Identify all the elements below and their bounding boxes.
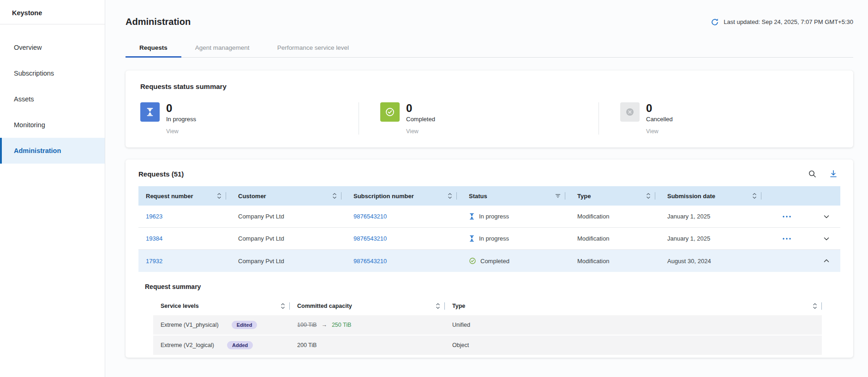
in-progress-view-link[interactable]: View bbox=[166, 128, 196, 135]
status-badge-edited: Edited bbox=[232, 321, 257, 329]
status-cell: In progress bbox=[479, 213, 509, 220]
sidebar-item-assets[interactable]: Assets bbox=[0, 86, 105, 112]
submission-date-cell: January 1, 2025 bbox=[667, 235, 710, 242]
column-header-expand bbox=[808, 186, 840, 206]
tile-completed: 0 Completed View bbox=[359, 102, 599, 135]
column-header-service-levels[interactable]: Service levels bbox=[153, 298, 290, 314]
capacity-old-value: 100 TiB bbox=[297, 322, 317, 328]
sidebar-item-administration[interactable]: Administration bbox=[0, 138, 105, 164]
download-icon[interactable] bbox=[829, 170, 838, 178]
customer-cell: Company Pvt Ltd bbox=[238, 213, 284, 220]
sort-icon bbox=[216, 193, 222, 199]
hourglass-icon bbox=[469, 235, 475, 242]
filter-icon bbox=[555, 193, 561, 199]
check-circle-icon bbox=[380, 102, 400, 122]
sort-icon bbox=[280, 303, 286, 309]
summary-row: Extreme (V2_logical) Added 200 TiB Objec… bbox=[153, 336, 822, 355]
completed-view-link[interactable]: View bbox=[406, 128, 435, 135]
type-cell: Modification bbox=[577, 235, 609, 242]
capacity-cell: 200 TiB bbox=[297, 342, 317, 348]
table-row-expanded: 17932 Company Pvt Ltd 9876543210 Complet… bbox=[138, 250, 840, 272]
request-summary-header: Service levels Committed capacity Type bbox=[153, 298, 822, 314]
column-header-committed-capacity[interactable]: Committed capacity bbox=[290, 298, 445, 314]
sort-icon bbox=[435, 303, 441, 309]
status-cell: Completed bbox=[480, 258, 509, 265]
column-header-submission-date[interactable]: Submission date bbox=[660, 186, 766, 206]
summary-row: Extreme (V1_physical) Edited 100 TiB → 2… bbox=[153, 315, 822, 335]
request-summary-panel: Request summary Service levels Committed… bbox=[138, 272, 840, 355]
sort-icon bbox=[447, 193, 453, 199]
sort-icon bbox=[812, 303, 818, 309]
column-header-status[interactable]: Status bbox=[461, 186, 570, 206]
completed-label: Completed bbox=[406, 116, 435, 123]
tile-in-progress: 0 In progress View bbox=[140, 102, 359, 135]
sort-icon bbox=[752, 193, 757, 199]
type-cell: Modification bbox=[577, 213, 609, 220]
chevron-up-icon[interactable] bbox=[823, 257, 830, 265]
subscription-number-link[interactable]: 9876543210 bbox=[353, 213, 387, 220]
column-header-type[interactable]: Type bbox=[570, 186, 660, 206]
table-row: 19623 Company Pvt Ltd 9876543210 In prog… bbox=[138, 206, 840, 228]
requests-card: Requests (51) Request number Customer bbox=[126, 159, 853, 358]
topbar: Administration Last updated: Sep 24, 202… bbox=[126, 0, 853, 27]
search-icon[interactable] bbox=[808, 170, 816, 178]
last-updated-text: Last updated: Sep 24, 2025, 7:07 PM GMT+… bbox=[724, 18, 853, 25]
more-options-icon[interactable] bbox=[782, 215, 791, 218]
capacity-new-value: 250 TiB bbox=[332, 322, 351, 328]
sidebar-item-monitoring[interactable]: Monitoring bbox=[0, 112, 105, 138]
customer-cell: Company Pvt Ltd bbox=[238, 235, 284, 242]
page-title: Administration bbox=[126, 17, 191, 27]
request-number-link[interactable]: 17932 bbox=[146, 258, 162, 265]
hourglass-icon bbox=[140, 102, 160, 122]
tile-cancelled: 0 Cancelled View bbox=[599, 102, 838, 135]
summary-type-cell: Unified bbox=[452, 322, 470, 328]
hourglass-icon bbox=[469, 213, 475, 220]
in-progress-label: In progress bbox=[166, 116, 196, 123]
in-progress-count: 0 bbox=[166, 102, 196, 114]
request-summary-table: Service levels Committed capacity Type bbox=[153, 298, 822, 355]
sort-icon bbox=[332, 193, 337, 199]
last-updated: Last updated: Sep 24, 2025, 7:07 PM GMT+… bbox=[711, 18, 853, 26]
tab-requests[interactable]: Requests bbox=[126, 39, 181, 58]
chevron-down-icon[interactable] bbox=[823, 235, 830, 242]
column-header-summary-type[interactable]: Type bbox=[445, 298, 822, 314]
tab-agent-management[interactable]: Agent management bbox=[181, 39, 263, 58]
requests-count-title: Requests (51) bbox=[138, 170, 184, 178]
requests-table: Request number Customer Subscription num… bbox=[138, 186, 840, 355]
sidebar: Keystone Overview Subscriptions Assets M… bbox=[0, 0, 105, 377]
submission-date-cell: January 1, 2025 bbox=[667, 213, 710, 220]
main-content: Administration Last updated: Sep 24, 202… bbox=[105, 0, 868, 377]
subscription-number-link[interactable]: 9876543210 bbox=[353, 235, 387, 242]
cancelled-view-link[interactable]: View bbox=[646, 128, 673, 135]
arrow-right-icon: → bbox=[321, 322, 327, 328]
service-level-cell: Extreme (V2_logical) bbox=[161, 342, 214, 348]
more-options-icon[interactable] bbox=[782, 237, 791, 240]
column-header-actions bbox=[766, 186, 808, 206]
sort-icon bbox=[646, 193, 651, 199]
requests-status-summary-card: Requests status summary 0 In progress Vi… bbox=[126, 71, 853, 147]
request-number-link[interactable]: 19384 bbox=[146, 235, 162, 242]
subscription-number-link[interactable]: 9876543210 bbox=[353, 258, 387, 265]
chevron-down-icon[interactable] bbox=[823, 213, 830, 220]
table-row: 19384 Company Pvt Ltd 9876543210 In prog… bbox=[138, 228, 840, 250]
summary-card-title: Requests status summary bbox=[140, 82, 838, 90]
type-cell: Modification bbox=[577, 258, 609, 265]
sidebar-item-overview[interactable]: Overview bbox=[0, 35, 105, 60]
refresh-icon[interactable] bbox=[711, 18, 719, 26]
request-number-link[interactable]: 19623 bbox=[146, 213, 162, 220]
tab-bar: Requests Agent management Performance se… bbox=[126, 39, 853, 58]
brand-keystone: Keystone bbox=[0, 0, 105, 24]
column-header-request-number[interactable]: Request number bbox=[138, 186, 231, 206]
column-header-subscription-number[interactable]: Subscription number bbox=[346, 186, 461, 206]
completed-count: 0 bbox=[406, 102, 435, 114]
sidebar-item-subscriptions[interactable]: Subscriptions bbox=[0, 60, 105, 86]
tab-performance-service-level[interactable]: Performance service level bbox=[263, 39, 363, 58]
status-tiles: 0 In progress View 0 Completed View bbox=[140, 102, 838, 135]
status-cell: In progress bbox=[479, 235, 509, 242]
column-header-customer[interactable]: Customer bbox=[231, 186, 346, 206]
sidebar-nav: Overview Subscriptions Assets Monitoring… bbox=[0, 24, 105, 164]
check-circle-icon bbox=[469, 257, 476, 265]
customer-cell: Company Pvt Ltd bbox=[238, 258, 284, 265]
cancelled-count: 0 bbox=[646, 102, 673, 114]
requests-table-header: Request number Customer Subscription num… bbox=[138, 186, 840, 206]
